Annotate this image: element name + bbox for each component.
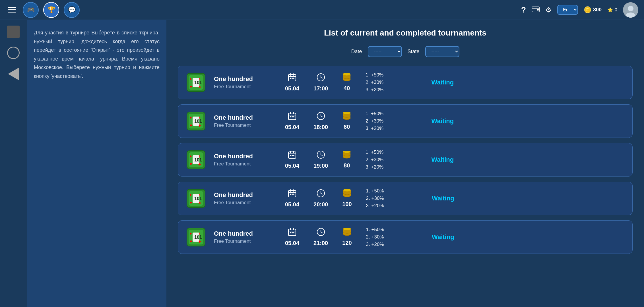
tournament-info: 05.04 19:00: [285, 150, 624, 170]
tournament-info: 05.04 21:00: [285, 227, 624, 247]
prize-item-3: 3. +20%: [366, 203, 406, 209]
date-value: 05.04: [285, 85, 299, 92]
status-col: Waiting: [420, 117, 454, 125]
svg-rect-36: [293, 112, 294, 114]
svg-text:♥: ♥: [190, 123, 192, 128]
players-value: 80: [344, 162, 350, 169]
time-value: 17:00: [313, 85, 328, 92]
time-info: 17:00: [313, 73, 328, 92]
main-content: List of current and completed tournament…: [166, 20, 644, 307]
players-info: 80: [342, 151, 351, 169]
filters-row: Date ----- State -----: [178, 46, 633, 57]
time-value: 21:00: [313, 240, 328, 246]
tournament-card[interactable]: ♦ ♠ ♥ ♣ 101 One hundred Free Tournament: [178, 143, 633, 177]
svg-rect-98: [290, 228, 291, 230]
tournament-sub: Free Tournament: [214, 200, 276, 206]
svg-point-67: [343, 151, 350, 153]
prizes-col: 1. +50%2. +30%3. +20%: [366, 72, 405, 93]
coins-icon: [342, 151, 351, 161]
tournament-name-col: One hundred Free Tournament: [214, 230, 276, 244]
svg-rect-102: [293, 232, 294, 233]
coin-amount: 300: [593, 7, 602, 13]
players-value: 120: [342, 240, 352, 246]
players-info: 120: [342, 228, 352, 246]
tournament-name: One hundred: [214, 230, 276, 237]
svg-rect-81: [293, 194, 294, 195]
svg-rect-15: [293, 73, 294, 76]
time-value: 20:00: [313, 201, 328, 208]
tournament-info: 05.04 18:00: [285, 111, 624, 131]
svg-rect-38: [292, 116, 293, 117]
status-badge: Waiting: [432, 195, 454, 202]
calendar-icon: [288, 150, 296, 161]
svg-rect-39: [293, 116, 294, 117]
prize-item-3: 3. +20%: [366, 126, 405, 131]
status-badge: Waiting: [432, 79, 454, 86]
topbar-left: 🎮 🏆 💬: [6, 2, 80, 18]
players-info: 100: [342, 189, 352, 208]
calendar-icon: [288, 228, 296, 238]
date-filter-select[interactable]: -----: [368, 46, 402, 57]
controller-nav-button[interactable]: 🎮: [23, 2, 39, 18]
help-button[interactable]: ?: [521, 5, 526, 14]
prize-item-2: 2. +30%: [366, 234, 406, 240]
date-value: 05.04: [285, 240, 299, 246]
status-badge: Waiting: [432, 156, 454, 163]
status-col: Waiting: [420, 195, 454, 202]
svg-rect-101: [292, 232, 293, 233]
svg-rect-59: [292, 155, 293, 156]
svg-text:101: 101: [194, 196, 202, 201]
wallet-button[interactable]: [532, 6, 540, 14]
prize-item-2: 2. +30%: [366, 157, 405, 163]
svg-point-25: [343, 73, 350, 76]
tournament-name: One hundred: [214, 75, 276, 83]
prize-item-1: 1. +50%: [366, 188, 406, 194]
language-select[interactable]: En Ru: [557, 5, 578, 15]
tournament-sub: Free Tournament: [214, 238, 276, 244]
prize-item-3: 3. +20%: [366, 87, 405, 93]
back-arrow[interactable]: [8, 68, 19, 80]
clock-icon: [317, 112, 325, 122]
hamburger-button[interactable]: [6, 5, 18, 15]
prizes-col: 1. +50%2. +30%3. +20%: [366, 150, 405, 170]
tournament-icon: ♦ ♠ ♥ ♣ 101: [187, 112, 205, 130]
chat-nav-button[interactable]: 💬: [64, 2, 80, 18]
time-info: 20:00: [313, 189, 328, 208]
svg-text:♦: ♦: [190, 115, 192, 120]
svg-rect-56: [290, 151, 291, 153]
status-col: Waiting: [420, 79, 454, 86]
players-value: 100: [342, 201, 352, 208]
stars-display: ⭐ 0: [607, 7, 617, 13]
star-icon: ⭐: [607, 7, 613, 13]
prizes-col: 1. +50%2. +30%3. +20%: [366, 227, 406, 247]
state-filter-label: State: [408, 49, 420, 55]
state-filter-select[interactable]: -----: [425, 46, 459, 57]
clock-icon: [317, 73, 325, 84]
date-info: 05.04: [285, 150, 299, 169]
clock-icon: [317, 228, 325, 238]
date-info: 05.04: [285, 189, 299, 208]
tournament-icon: ♦ ♠ ♥ ♣ 101: [187, 228, 205, 246]
svg-point-3: [628, 6, 633, 11]
svg-rect-79: [290, 194, 291, 195]
svg-rect-58: [290, 155, 291, 156]
tournament-card[interactable]: ♦ ♠ ♥ ♣ 101 One hundred Free Tournament: [178, 66, 633, 99]
tournament-card[interactable]: ♦ ♠ ♥ ♣ 101 One hundred Free Tournament: [178, 104, 633, 138]
calendar-icon: [288, 73, 296, 84]
prize-item-1: 1. +50%: [366, 227, 406, 233]
svg-rect-17: [292, 78, 293, 79]
topbar: 🎮 🏆 💬 ? ⚙ En Ru 🪙 300 ⭐ 0: [0, 0, 644, 20]
tournament-card[interactable]: ♦ ♠ ♥ ♣ 101 One hundred Free Tournament: [178, 182, 633, 215]
settings-button[interactable]: ⚙: [545, 6, 552, 14]
tournament-card[interactable]: ♦ ♠ ♥ ♣ 101 One hundred Free Tournament: [178, 220, 633, 254]
trophy-nav-button[interactable]: 🏆: [43, 2, 59, 18]
date-value: 05.04: [285, 201, 299, 208]
user-avatar[interactable]: [623, 2, 638, 18]
tournament-name-col: One hundred Free Tournament: [214, 114, 276, 128]
tournament-icon: ♦ ♠ ♥ ♣ 101: [187, 73, 205, 92]
main-layout: Для участия в турнире Выберете в списке …: [0, 20, 644, 307]
svg-text:♦: ♦: [190, 231, 192, 236]
svg-rect-37: [290, 116, 291, 117]
time-info: 18:00: [313, 112, 328, 130]
prizes-col: 1. +50%2. +30%3. +20%: [366, 188, 406, 209]
